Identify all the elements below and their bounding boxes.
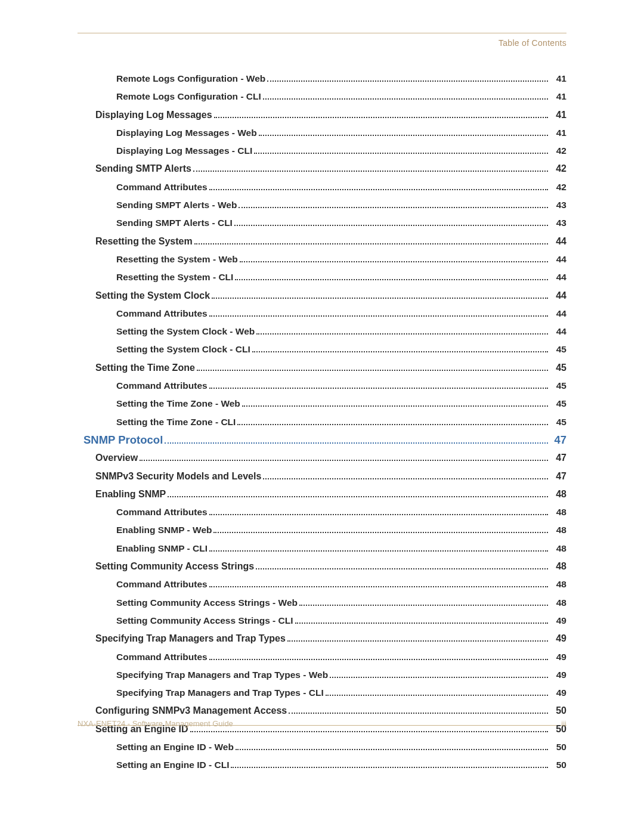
toc-leader-dots bbox=[209, 311, 548, 317]
toc-entry[interactable]: Command Attributes44 bbox=[78, 306, 566, 321]
toc-entry[interactable]: Setting the System Clock - CLI45 bbox=[78, 342, 566, 357]
toc-page-number: 49 bbox=[550, 668, 566, 682]
toc-leader-dots bbox=[168, 491, 548, 497]
footer-left: NXA-ENET24 - Software Management Guide bbox=[78, 719, 233, 728]
toc-entry[interactable]: Enabling SNMP - CLI48 bbox=[78, 541, 566, 556]
toc-title: SNMP Protocol bbox=[83, 433, 163, 447]
toc-entry[interactable]: Setting the Time Zone - Web45 bbox=[78, 397, 566, 411]
toc-entry[interactable]: SNMP Protocol47 bbox=[78, 433, 566, 447]
toc-title: Enabling SNMP - Web bbox=[116, 523, 212, 537]
toc-entry[interactable]: Setting the System Clock - Web44 bbox=[78, 324, 566, 339]
toc-page-number: 45 bbox=[550, 342, 566, 357]
toc-page-number: 49 bbox=[550, 631, 566, 646]
toc-entry[interactable]: Setting the Time Zone45 bbox=[78, 361, 566, 375]
toc-page-number: 47 bbox=[550, 433, 566, 447]
toc-title: Remote Logs Configuration - CLI bbox=[116, 89, 261, 104]
toc-entry[interactable]: Command Attributes49 bbox=[78, 650, 566, 664]
toc-page-number: 44 bbox=[550, 306, 566, 321]
toc-entry[interactable]: Remote Logs Configuration - CLI41 bbox=[78, 89, 566, 104]
toc-title: Setting the Time Zone bbox=[95, 361, 195, 375]
header-label: Table of Contents bbox=[78, 38, 566, 48]
toc-title: Command Attributes bbox=[116, 650, 208, 664]
toc-entry[interactable]: Overview47 bbox=[78, 451, 566, 465]
toc-entry[interactable]: Remote Logs Configuration - Web41 bbox=[78, 72, 566, 86]
toc-entry[interactable]: Setting an Engine ID - CLI50 bbox=[78, 758, 566, 772]
toc-page-number: 44 bbox=[550, 234, 566, 249]
toc-leader-dots bbox=[256, 329, 548, 335]
toc-leader-dots bbox=[234, 221, 548, 226]
toc-page-number: 48 bbox=[550, 559, 566, 574]
toc-page-number: 43 bbox=[550, 216, 566, 230]
toc-entry[interactable]: Specifying Trap Managers and Trap Types … bbox=[78, 668, 566, 682]
toc-entry[interactable]: Configuring SNMPv3 Management Access50 bbox=[78, 704, 566, 718]
toc-page-number: 49 bbox=[550, 686, 566, 700]
toc-page-number: 47 bbox=[550, 451, 566, 465]
toc-title: Setting the Time Zone - CLI bbox=[116, 415, 236, 429]
toc-title: Setting the System Clock - CLI bbox=[116, 342, 250, 357]
toc-entry[interactable]: Setting Community Access Strings - Web48 bbox=[78, 596, 566, 610]
toc-entry[interactable]: Command Attributes48 bbox=[78, 577, 566, 592]
toc-title: Command Attributes bbox=[116, 306, 208, 321]
toc-entry[interactable]: Specifying Trap Managers and Trap Types4… bbox=[78, 631, 566, 646]
toc-entry[interactable]: Resetting the System - CLI44 bbox=[78, 270, 566, 284]
toc-entry[interactable]: Command Attributes42 bbox=[78, 180, 566, 194]
toc-title: Specifying Trap Managers and Trap Types … bbox=[116, 668, 328, 682]
toc-entry[interactable]: Displaying Log Messages - CLI42 bbox=[78, 144, 566, 158]
toc-leader-dots bbox=[165, 437, 548, 444]
toc-title: Setting Community Access Strings bbox=[95, 559, 254, 574]
toc-leader-dots bbox=[209, 510, 548, 515]
toc-page-number: 48 bbox=[550, 541, 566, 556]
toc-entry[interactable]: Setting an Engine ID - Web50 bbox=[78, 740, 566, 754]
toc-entry[interactable]: Setting Community Access Strings48 bbox=[78, 559, 566, 574]
toc-entry[interactable]: Resetting the System44 bbox=[78, 234, 566, 249]
toc-entry[interactable]: Sending SMTP Alerts42 bbox=[78, 162, 566, 176]
toc-title: Resetting the System - CLI bbox=[116, 270, 233, 284]
toc-entry[interactable]: Resetting the System - Web44 bbox=[78, 252, 566, 267]
toc-entry[interactable]: Enabling SNMP48 bbox=[78, 487, 566, 501]
page-frame: Table of Contents Remote Logs Configurat… bbox=[78, 33, 566, 726]
toc-title: SNMPv3 Security Models and Levels bbox=[95, 469, 261, 484]
toc-entry[interactable]: Sending SMPT Alerts - CLI43 bbox=[78, 216, 566, 230]
toc-leader-dots bbox=[140, 456, 548, 462]
toc-entry[interactable]: Displaying Log Messages41 bbox=[78, 108, 566, 122]
toc-title: Specifying Trap Managers and Trap Types bbox=[95, 631, 286, 646]
toc-page-number: 50 bbox=[550, 740, 566, 754]
toc-entry[interactable]: Enabling SNMP - Web48 bbox=[78, 523, 566, 537]
toc-page-number: 45 bbox=[550, 361, 566, 375]
footer-page-number: iii bbox=[561, 719, 566, 728]
toc-title: Setting an Engine ID - CLI bbox=[116, 758, 229, 772]
toc-title: Sending SMTP Alerts bbox=[95, 162, 191, 176]
toc-entry[interactable]: Setting Community Access Strings - CLI49 bbox=[78, 614, 566, 628]
toc-leader-dots bbox=[242, 401, 548, 407]
toc-leader-dots bbox=[295, 618, 548, 624]
toc-title: Resetting the System - Web bbox=[116, 252, 238, 267]
toc-entry[interactable]: Command Attributes45 bbox=[78, 379, 566, 393]
toc-leader-dots bbox=[240, 257, 548, 262]
toc-title: Configuring SNMPv3 Management Access bbox=[95, 704, 287, 718]
toc-title: Enabling SNMP - CLI bbox=[116, 541, 208, 556]
toc-page-number: 49 bbox=[550, 614, 566, 628]
toc-leader-dots bbox=[237, 419, 548, 425]
toc-title: Command Attributes bbox=[116, 379, 208, 393]
toc-page-number: 45 bbox=[550, 415, 566, 429]
toc-leader-dots bbox=[194, 239, 548, 244]
toc-entry[interactable]: Setting the System Clock44 bbox=[78, 289, 566, 303]
toc-entry[interactable]: Specifying Trap Managers and Trap Types … bbox=[78, 686, 566, 700]
toc-leader-dots bbox=[256, 563, 548, 569]
toc-entry[interactable]: Displaying Log Messages - Web41 bbox=[78, 126, 566, 140]
toc-page-number: 48 bbox=[550, 577, 566, 592]
toc-title: Setting the Time Zone - Web bbox=[116, 397, 240, 411]
toc-title: Setting Community Access Strings - CLI bbox=[116, 614, 293, 628]
toc-page-number: 45 bbox=[550, 379, 566, 393]
toc-entry[interactable]: Setting the Time Zone - CLI45 bbox=[78, 415, 566, 429]
toc-entry[interactable]: SNMPv3 Security Models and Levels47 bbox=[78, 469, 566, 484]
toc-leader-dots bbox=[213, 528, 548, 533]
toc-leader-dots bbox=[252, 347, 548, 352]
toc-entry[interactable]: Sending SMPT Alerts - Web43 bbox=[78, 198, 566, 212]
toc-entry[interactable]: Command Attributes48 bbox=[78, 505, 566, 519]
toc-leader-dots bbox=[236, 745, 548, 750]
toc-leader-dots bbox=[231, 763, 548, 768]
toc-page-number: 41 bbox=[550, 72, 566, 86]
toc-page-number: 42 bbox=[550, 162, 566, 176]
toc-page-number: 44 bbox=[550, 270, 566, 284]
